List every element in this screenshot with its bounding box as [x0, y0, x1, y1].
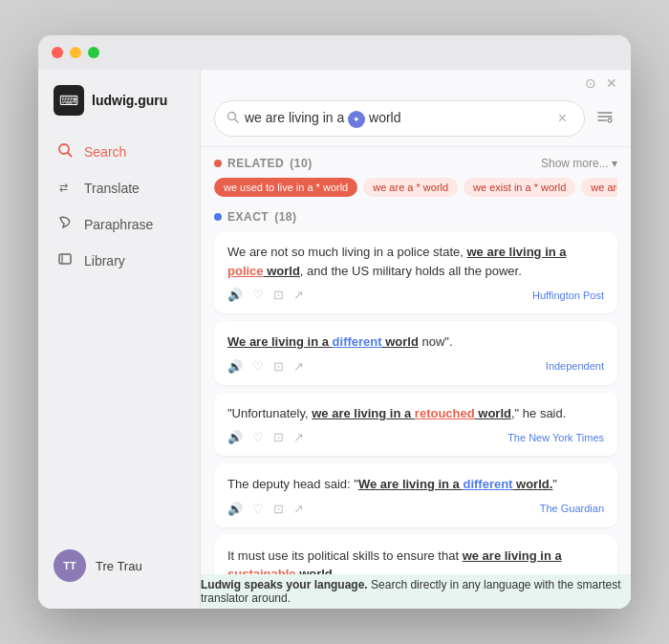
- logo-symbol: ⌨: [59, 93, 78, 108]
- copy-icon-2[interactable]: ⊡: [273, 359, 284, 374]
- minimize-button[interactable]: [70, 47, 81, 58]
- translate-nav-label: Translate: [84, 181, 140, 196]
- result-card-5: It must use its political skills to ensu…: [214, 535, 617, 575]
- share-icon-3[interactable]: ↗: [293, 430, 304, 444]
- search-icon: [227, 111, 239, 126]
- copy-icon-4[interactable]: ⊡: [273, 502, 284, 516]
- heart-icon-2[interactable]: ♡: [252, 359, 264, 374]
- copy-icon-3[interactable]: ⊡: [273, 430, 284, 444]
- result-text-3: "Unfortunately, we are living in a retou…: [227, 404, 604, 423]
- related-count: (10): [290, 157, 312, 170]
- show-more-button[interactable]: Show more... ▾: [541, 157, 617, 170]
- copy-icon[interactable]: ⊡: [273, 288, 284, 302]
- library-nav-label: Library: [84, 253, 125, 268]
- heart-icon[interactable]: ♡: [252, 288, 264, 302]
- exact-label: EXACT (18): [214, 210, 297, 224]
- close-icon[interactable]: ✕: [606, 75, 617, 91]
- search-nav-icon: [55, 142, 75, 161]
- banner-bold: Ludwig speaks your language.: [201, 578, 368, 591]
- sidebar-logo: ⌨ ludwig.guru: [38, 85, 200, 135]
- svg-point-10: [608, 118, 612, 122]
- svg-line-6: [235, 119, 239, 123]
- share-icon[interactable]: ↗: [293, 288, 304, 302]
- search-bar[interactable]: we are living in a ✦ world ×: [214, 100, 585, 137]
- search-clear-button[interactable]: ×: [552, 108, 572, 129]
- exact-label-text: EXACT: [227, 210, 269, 224]
- result-text-4: The deputy head said: "We are living in …: [227, 475, 604, 494]
- sidebar: ⌨ ludwig.guru Search: [38, 70, 201, 609]
- result-actions-4: 🔊 ♡ ⊡ ↗: [227, 502, 304, 516]
- source-2: Independent: [546, 360, 604, 372]
- share-icon-2[interactable]: ↗: [293, 359, 304, 374]
- user-name: Tre Trau: [96, 559, 142, 573]
- result-actions-3: 🔊 ♡ ⊡ ↗: [227, 430, 304, 444]
- chip-0[interactable]: we used to live in a * world: [214, 178, 357, 197]
- result-footer-4: 🔊 ♡ ⊡ ↗ The Guardian: [227, 502, 604, 516]
- heart-icon-3[interactable]: ♡: [252, 430, 264, 444]
- related-label: RELATED (10): [214, 157, 313, 170]
- bottom-banner: Ludwig speaks your language. Search dire…: [201, 574, 631, 609]
- library-nav-icon: [55, 251, 75, 270]
- circle-icon[interactable]: ⊙: [585, 75, 596, 91]
- exact-dot: [214, 213, 222, 221]
- avatar: TT: [54, 549, 86, 582]
- related-label-text: RELATED: [227, 157, 284, 170]
- result-actions-1: 🔊 ♡ ⊡ ↗: [227, 288, 304, 302]
- search-query: we are living in a ✦ world: [245, 110, 547, 128]
- audio-icon-2[interactable]: 🔊: [227, 359, 243, 374]
- svg-text:⇄: ⇄: [59, 182, 68, 193]
- source-1: Huffington Post: [532, 290, 604, 301]
- search-header: we are living in a ✦ world ×: [201, 91, 631, 147]
- result-card-3: "Unfortunately, we are living in a retou…: [214, 393, 617, 457]
- chip-1[interactable]: we are a * world: [363, 178, 458, 197]
- logo-text: ludwig.guru: [92, 93, 167, 108]
- main-layout: ⌨ ludwig.guru Search: [38, 70, 631, 609]
- window-controls: [52, 47, 99, 58]
- audio-icon[interactable]: 🔊: [227, 288, 243, 302]
- sidebar-item-search[interactable]: Search: [46, 135, 192, 169]
- results-area: RELATED (10) Show more... ▾ we used to l…: [201, 147, 631, 574]
- sidebar-item-paraphrase[interactable]: Paraphrase: [46, 207, 192, 242]
- share-icon-4[interactable]: ↗: [293, 502, 304, 516]
- title-bar: [38, 35, 631, 70]
- sidebar-item-library[interactable]: Library: [46, 244, 192, 278]
- sidebar-item-translate[interactable]: ⇄ Translate: [46, 171, 192, 205]
- paraphrase-nav-icon: [55, 215, 75, 234]
- search-nav-label: Search: [84, 144, 126, 160]
- banner-text: Ludwig speaks your language. Search dire…: [201, 578, 631, 605]
- paraphrase-nav-label: Paraphrase: [84, 217, 153, 232]
- result-footer-2: 🔊 ♡ ⊡ ↗ Independent: [227, 359, 604, 374]
- svg-rect-3: [59, 254, 71, 264]
- query-after: world: [365, 110, 400, 125]
- result-card-4: The deputy head said: "We are living in …: [214, 463, 617, 527]
- source-3: The New York Times: [507, 432, 604, 443]
- exact-count: (18): [274, 210, 296, 224]
- query-before: we are living in a: [245, 110, 348, 125]
- app-window: ⌨ ludwig.guru Search: [38, 35, 631, 609]
- filter-icon[interactable]: [593, 105, 617, 132]
- result-text-1: We are not so much living in a police st…: [227, 243, 604, 280]
- result-footer-1: 🔊 ♡ ⊡ ↗ Huffington Post: [227, 288, 604, 302]
- related-section-header: RELATED (10) Show more... ▾: [214, 157, 617, 170]
- source-4: The Guardian: [540, 503, 604, 514]
- related-dot: [214, 160, 222, 167]
- query-star: ✦: [348, 111, 365, 128]
- content-area: ⊙ ✕ we are living in a ✦ world ×: [201, 70, 631, 609]
- translate-nav-icon: ⇄: [55, 179, 75, 198]
- audio-icon-3[interactable]: 🔊: [227, 430, 243, 444]
- chip-3[interactable]: we are in a * world: [581, 178, 617, 197]
- heart-icon-4[interactable]: ♡: [252, 502, 264, 516]
- chip-2[interactable]: we exist in a * world: [464, 178, 575, 197]
- logo-icon: ⌨: [54, 85, 84, 116]
- sidebar-footer: TT Tre Trau: [38, 538, 200, 593]
- exact-section-header: EXACT (18): [214, 210, 617, 224]
- result-text-2: We are living in a different world now".: [227, 333, 604, 352]
- audio-icon-4[interactable]: 🔊: [227, 502, 243, 516]
- close-button[interactable]: [52, 47, 63, 58]
- maximize-button[interactable]: [88, 47, 99, 58]
- result-card-2: We are living in a different world now".…: [214, 321, 617, 385]
- result-card-1: We are not so much living in a police st…: [214, 231, 617, 313]
- result-actions-2: 🔊 ♡ ⊡ ↗: [227, 359, 304, 374]
- sidebar-nav: Search ⇄ Translate: [38, 135, 200, 278]
- result-text-5: It must use its political skills to ensu…: [227, 547, 604, 575]
